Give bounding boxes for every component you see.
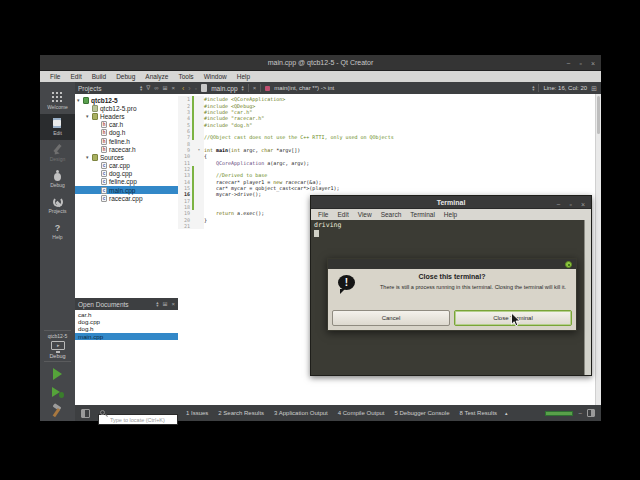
forward-icon[interactable]: › <box>188 85 190 92</box>
code-text: #include "car.h" <box>204 109 252 115</box>
cancel-button[interactable]: Cancel <box>332 310 450 326</box>
output-pane-3-application-output[interactable]: 3 Application Output <box>274 410 328 416</box>
debug-run-button[interactable] <box>52 386 64 398</box>
build-button[interactable] <box>51 404 64 417</box>
terminal-menu-file[interactable]: File <box>315 211 331 218</box>
tree-item-racecar-cpp[interactable]: cracecar.cpp <box>75 194 178 202</box>
projects-panel-header: Projects ▴▾ ∇ ∞ ⊞ × <box>75 82 178 94</box>
menu-help[interactable]: Help <box>233 73 254 80</box>
line-number: 2 <box>178 103 192 109</box>
dialog-titlebar[interactable] <box>328 259 576 269</box>
tree-item-main-cpp[interactable]: cmain.cpp <box>75 186 178 194</box>
terminal-minimize-icon[interactable]: − <box>556 201 560 208</box>
output-pane-1-issues[interactable]: 1 Issues <box>186 410 208 416</box>
menu-file[interactable]: File <box>46 73 64 80</box>
editor-tab-label[interactable]: main.cpp <box>211 85 237 92</box>
pin-icon[interactable]: ◦ <box>195 85 197 92</box>
terminal-menu-search[interactable]: Search <box>378 211 405 218</box>
projects-panel-title[interactable]: Projects <box>78 85 140 92</box>
open-document-main-cpp[interactable]: main.cpp <box>75 333 178 340</box>
output-pane-4-compile-output[interactable]: 4 Compile Output <box>338 410 385 416</box>
menu-tools[interactable]: Tools <box>174 73 197 80</box>
menu-debug[interactable]: Debug <box>112 73 139 80</box>
output-pane-2-search-results[interactable]: 2 Search Results <box>218 410 264 416</box>
symbol-combo-icon[interactable]: ▴▾ <box>532 85 534 91</box>
open-documents-title[interactable]: Open Documents <box>78 301 156 308</box>
close-document-icon[interactable]: × <box>253 85 257 91</box>
panel-combo-icon[interactable]: ▴▾ <box>156 301 158 307</box>
terminal-titlebar[interactable]: Terminal − ▫ × <box>311 196 591 209</box>
progress-minimize-icon[interactable]: − <box>578 410 582 417</box>
tree-item-dog-h[interactable]: hdog.h <box>75 129 178 137</box>
split-icon[interactable]: ⊞ <box>162 85 167 91</box>
kit-selector[interactable]: qtcb12-5 ▸ Debug <box>40 328 75 421</box>
terminal-scrollbar[interactable] <box>584 220 591 375</box>
terminal-menu-terminal[interactable]: Terminal <box>407 211 438 218</box>
tree-item-feline-h[interactable]: hfeline.h <box>75 137 178 145</box>
tree-item-qtcb12-5-pro[interactable]: qtcb12-5.pro <box>75 104 178 112</box>
fold-marker-icon[interactable]: ▾ <box>194 147 204 152</box>
terminal-maximize-icon[interactable]: ▫ <box>569 201 571 208</box>
mode-welcome[interactable]: Welcome <box>40 88 75 114</box>
tree-item-label: Headers <box>100 113 125 120</box>
output-pane-8-test-results[interactable]: 8 Test Results <box>460 410 498 416</box>
close-icon[interactable]: × <box>591 60 595 67</box>
tree-item-sources[interactable]: ▾Sources <box>75 153 178 161</box>
locator-input[interactable] <box>98 414 178 425</box>
terminal-menu-edit[interactable]: Edit <box>334 211 351 218</box>
close-terminal-dialog: ! Close this terminal? There is still a … <box>327 258 577 331</box>
mode-edit[interactable]: Edit <box>40 114 75 140</box>
back-icon[interactable]: ‹ <box>182 85 184 92</box>
tree-item-car-h[interactable]: hcar.h <box>75 121 178 129</box>
tree-item-label: main.cpp <box>109 187 135 194</box>
terminal-menubar: FileEditViewSearchTerminalHelp <box>311 209 591 220</box>
open-document-dog-cpp[interactable]: dog.cpp <box>75 318 178 325</box>
maximize-icon[interactable]: ▫ <box>579 60 581 67</box>
tree-item-qtcb12-5[interactable]: ▾qtcb12-5 <box>75 96 178 104</box>
line-number: 16 <box>178 191 192 197</box>
code-text: //Derived to base <box>204 172 267 178</box>
scrollbar-handle[interactable] <box>597 96 600 134</box>
menu-build[interactable]: Build <box>88 73 110 80</box>
terminal-close-icon[interactable]: × <box>581 201 585 208</box>
menu-edit[interactable]: Edit <box>66 73 85 80</box>
dialog-close-icon[interactable] <box>565 261 572 268</box>
mode-label: Help <box>52 234 62 240</box>
close-panel-icon[interactable]: × <box>171 85 175 91</box>
menu-window[interactable]: Window <box>200 73 231 80</box>
code-text: mycar->drive(); <box>204 191 261 197</box>
split-icon[interactable]: ⊞ <box>162 301 167 307</box>
menu-analyze[interactable]: Analyze <box>141 73 172 80</box>
close-panel-icon[interactable]: × <box>171 301 175 307</box>
tree-item-label: dog.cpp <box>109 170 132 177</box>
tree-item-feline-cpp[interactable]: cfeline.cpp <box>75 178 178 186</box>
symbol-combo[interactable]: main(int, char **) -> int <box>274 85 334 91</box>
split-editor-icon[interactable]: ⊞ <box>591 85 597 92</box>
run-button[interactable] <box>53 368 62 380</box>
open-document-dog-h[interactable]: dog.h <box>75 325 178 332</box>
editor-scrollbar[interactable] <box>595 94 601 405</box>
tree-item-label: racecar.cpp <box>109 195 143 202</box>
sidebar-toggle-icon[interactable] <box>81 409 90 418</box>
document-combo-icon[interactable]: ▴▾ <box>242 85 244 91</box>
panel-combo-icon[interactable]: ▴▾ <box>140 85 142 91</box>
mode-help[interactable]: ?Help <box>40 218 75 244</box>
line-number: 9 <box>178 147 192 153</box>
open-document-car-h[interactable]: car.h <box>75 311 178 318</box>
line-number: 18 <box>178 204 192 210</box>
output-pane-5-debugger-console[interactable]: 5 Debugger Console <box>394 410 449 416</box>
sync-with-editor-icon[interactable]: ∞ <box>154 85 158 91</box>
qtc-titlebar[interactable]: main.cpp @ qtcb12-5 - Qt Creator − ▫ × <box>40 55 601 71</box>
tree-item-racecar-h[interactable]: hracecar.h <box>75 145 178 153</box>
mode-debug[interactable]: Debug <box>40 166 75 192</box>
pane-caret-icon[interactable]: ▴ <box>505 410 508 416</box>
mode-projects[interactable]: Projects <box>40 192 75 218</box>
filter-icon[interactable]: ∇ <box>146 85 150 91</box>
terminal-menu-help[interactable]: Help <box>441 211 460 218</box>
tree-item-dog-cpp[interactable]: cdog.cpp <box>75 170 178 178</box>
output-panel-toggle-icon[interactable] <box>587 409 595 417</box>
minimize-icon[interactable]: − <box>566 60 570 67</box>
tree-item-headers[interactable]: ▾Headers <box>75 112 178 120</box>
terminal-menu-view[interactable]: View <box>355 211 375 218</box>
tree-item-car-cpp[interactable]: ccar.cpp <box>75 162 178 170</box>
